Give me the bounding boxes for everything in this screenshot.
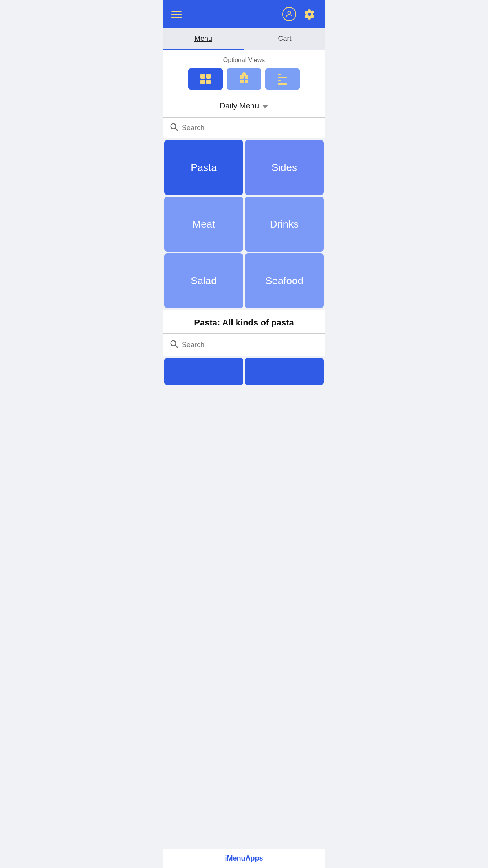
search-bar-1 xyxy=(163,117,325,138)
category-grid: Pasta Sides Meat Drinks Salad Seafood xyxy=(163,138,325,310)
search-icon-1 xyxy=(169,122,178,133)
grid-person-view-button[interactable] xyxy=(227,68,261,90)
user-icon[interactable] xyxy=(282,7,296,21)
footer: iMenuApps xyxy=(163,849,325,868)
header-right xyxy=(282,7,317,21)
optional-views-label: Optional Views xyxy=(223,57,265,64)
daily-menu-row[interactable]: Daily Menu xyxy=(163,97,325,117)
category-seafood[interactable]: Seafood xyxy=(245,253,324,308)
svg-line-2 xyxy=(175,128,177,130)
category-pasta[interactable]: Pasta xyxy=(164,140,243,195)
hamburger-icon[interactable] xyxy=(171,11,182,18)
settings-icon[interactable] xyxy=(303,7,317,21)
bottom-cards xyxy=(163,356,325,849)
tab-cart[interactable]: Cart xyxy=(244,28,325,50)
tabs: Menu Cart xyxy=(163,28,325,50)
list-icon xyxy=(278,74,287,85)
chevron-down-icon xyxy=(262,105,268,108)
view-buttons xyxy=(188,68,300,90)
search-input-2[interactable] xyxy=(182,341,319,349)
category-sides[interactable]: Sides xyxy=(245,140,324,195)
bottom-card-2[interactable] xyxy=(245,358,324,385)
bottom-card-1[interactable] xyxy=(164,358,243,385)
search-input-1[interactable] xyxy=(182,124,319,132)
grid-icon xyxy=(200,74,211,84)
category-drinks[interactable]: Drinks xyxy=(245,197,324,252)
list-view-button[interactable] xyxy=(265,68,300,90)
header-left xyxy=(171,11,182,18)
search-icon-2 xyxy=(169,339,178,350)
svg-line-4 xyxy=(175,345,177,347)
category-salad[interactable]: Salad xyxy=(164,253,243,308)
section-title: Pasta: All kinds of pasta xyxy=(163,310,325,333)
optional-views: Optional Views xyxy=(163,50,325,97)
grid-person-icon xyxy=(240,75,248,83)
svg-point-0 xyxy=(288,11,290,14)
tab-menu[interactable]: Menu xyxy=(163,28,244,50)
category-meat[interactable]: Meat xyxy=(164,197,243,252)
header xyxy=(163,0,325,28)
daily-menu-label: Daily Menu xyxy=(220,101,259,110)
footer-label: iMenuApps xyxy=(225,854,263,862)
search-bar-2 xyxy=(163,333,325,356)
grid-view-button[interactable] xyxy=(188,68,223,90)
